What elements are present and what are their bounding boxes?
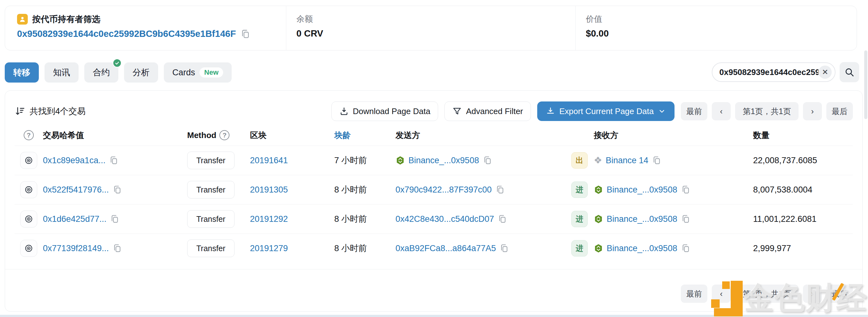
copy-icon[interactable] [652, 156, 661, 165]
col-header-age[interactable]: 块龄 [329, 130, 392, 141]
tab-transfers[interactable]: 转移 [5, 62, 39, 82]
copy-icon[interactable] [681, 214, 690, 224]
copy-icon[interactable] [681, 244, 690, 253]
holder-summary-card: 按代币持有者筛选 0x95082939e1644c0ec25992BC9b6C4… [5, 6, 857, 50]
copy-icon[interactable] [112, 244, 122, 253]
copy-icon[interactable] [681, 185, 690, 195]
export-download-icon [546, 106, 555, 116]
copy-icon[interactable] [483, 156, 492, 165]
method-pill[interactable]: Transfer [187, 181, 235, 199]
method-help-icon[interactable]: ? [219, 130, 229, 140]
download-icon [339, 106, 349, 116]
search-icon [844, 67, 855, 77]
pagination-page-info: 第1页，共1页 [735, 102, 799, 120]
to-address-link[interactable]: Binance_...0x9508 [607, 214, 677, 224]
from-address-link[interactable]: 0xaB92FCa8...a864a77A5 [396, 244, 496, 253]
pagination-last-button[interactable]: 最后 [826, 285, 853, 303]
table-footer: 最前 ‹ 第1页，共1页 › 最后 [5, 269, 862, 311]
filter-funnel-icon [452, 106, 462, 116]
help-icon[interactable]: ? [24, 130, 34, 140]
pagination-last-button[interactable]: 最后 [826, 102, 853, 120]
tab-cards[interactable]: Cards New [164, 62, 232, 82]
tx-hash-link[interactable]: 0x522f5417976... [43, 185, 109, 195]
search-button[interactable] [840, 62, 859, 82]
copy-icon[interactable] [499, 244, 509, 253]
export-page-data-label: Export Current Page Data [559, 106, 654, 116]
direction-badge: 进 [571, 181, 588, 198]
table-toolbar: 共找到4个交易 Download Page Data Advanced Filt… [5, 91, 862, 121]
scrollbar[interactable] [864, 50, 867, 119]
from-address-link[interactable]: Binance_...0x9508 [408, 156, 479, 166]
holder-filter-section: 按代币持有者筛选 0x95082939e1644c0ec25992BC9b6C4… [5, 6, 286, 50]
clear-search-icon[interactable]: ✕ [818, 66, 832, 79]
table-row: 0x77139f28149... Transfer 20191279 8 小时前… [14, 234, 853, 263]
block-link[interactable]: 20191305 [250, 185, 288, 195]
watch-eye-button[interactable] [20, 211, 37, 227]
copy-icon[interactable] [110, 214, 119, 224]
export-page-data-button[interactable]: Export Current Page Data [537, 102, 675, 121]
pagination-prev-button[interactable]: ‹ [712, 285, 731, 303]
holder-address-link[interactable]: 0x95082939e1644c0ec25992BC9b6C4395e1Bf14… [17, 29, 236, 39]
watch-eye-button[interactable] [20, 240, 37, 257]
verified-check-icon [113, 59, 122, 67]
advanced-filter-label: Advanced Filter [466, 106, 523, 116]
pagination-top: 最前 ‹ 第1页，共1页 › 最后 [681, 102, 853, 120]
from-address-link[interactable]: 0x790c9422...87F397c00 [396, 185, 492, 195]
transfers-card: 共找到4个交易 Download Page Data Advanced Filt… [5, 91, 863, 312]
from-address-link[interactable]: 0x42C8e430...c540dcD07 [396, 214, 494, 224]
tx-hash-link[interactable]: 0x1d6e425d77... [43, 214, 106, 224]
table-row: 0x1d6e425d77... Transfer 20191292 8 小时前 … [14, 204, 853, 234]
search-input[interactable]: 0x95082939e1644c0ec25992... ✕ [712, 62, 836, 82]
age-cell: 7 小时前 [329, 155, 392, 166]
block-link[interactable]: 20191292 [250, 214, 288, 224]
table-body: 0x1c89e9a1ca... Transfer 20191641 7 小时前 … [14, 146, 853, 263]
value-value: $0.00 [586, 28, 857, 39]
block-link[interactable]: 20191641 [250, 156, 288, 165]
tab-bar: 转移 知讯 合约 分析 Cards New [5, 62, 232, 82]
copy-icon[interactable] [240, 29, 250, 39]
col-header-block: 区块 [245, 130, 329, 141]
pagination-first-button[interactable]: 最前 [681, 285, 707, 303]
method-pill[interactable]: Transfer [187, 240, 235, 257]
pagination-next-button[interactable]: › [803, 285, 822, 303]
holder-icon [17, 14, 28, 25]
copy-icon[interactable] [495, 185, 505, 195]
tab-analytics[interactable]: 分析 [124, 62, 158, 82]
pagination-prev-button[interactable]: ‹ [712, 102, 731, 120]
to-exchange-icon: ❖ [594, 156, 602, 165]
pagination-bottom: 最前 ‹ 第1页，共1页 › 最后 [681, 285, 853, 303]
tab-contract[interactable]: 合约 [84, 62, 118, 82]
advanced-filter-button[interactable]: Advanced Filter [444, 102, 531, 121]
table-row: 0x522f5417976... Transfer 20191305 8 小时前… [14, 175, 853, 204]
age-cell: 8 小时前 [329, 213, 392, 225]
pagination-first-button[interactable]: 最前 [681, 102, 707, 120]
to-token-icon [594, 185, 603, 195]
tx-hash-link[interactable]: 0x77139f28149... [43, 244, 109, 253]
to-address-link[interactable]: Binance_...0x9508 [607, 185, 677, 195]
copy-icon[interactable] [112, 185, 122, 195]
balance-section: 余额 0 CRV [286, 6, 576, 50]
value-label: 价值 [586, 13, 857, 25]
to-address-link[interactable]: Binance_...0x9508 [607, 244, 677, 253]
copy-icon[interactable] [109, 156, 118, 165]
download-page-data-button[interactable]: Download Page Data [332, 102, 438, 121]
tab-cards-label: Cards [172, 68, 195, 77]
search-input-value: 0x95082939e1644c0ec25992... [719, 67, 818, 77]
copy-icon[interactable] [497, 214, 507, 224]
tab-news[interactable]: 知讯 [44, 62, 79, 82]
block-link[interactable]: 20191279 [250, 244, 288, 253]
sort-icon [14, 106, 25, 116]
col-header-amount: 数量 [753, 130, 853, 141]
method-pill[interactable]: Transfer [187, 210, 235, 228]
watch-eye-button[interactable] [20, 152, 37, 169]
pagination-page-info: 第1页，共1页 [735, 285, 799, 303]
amount-cell: 22,008,737.6085 [753, 156, 853, 166]
pagination-next-button[interactable]: › [803, 102, 822, 120]
balance-value: 0 CRV [297, 28, 576, 39]
amount-cell: 2,999,977 [753, 244, 853, 253]
tx-hash-link[interactable]: 0x1c89e9a1ca... [43, 156, 105, 166]
table-header-row: ? 交易哈希值 Method ? 区块 块龄 发送方 接收方 数量 [14, 125, 853, 146]
watch-eye-button[interactable] [20, 181, 37, 198]
method-pill[interactable]: Transfer [187, 151, 235, 169]
to-address-link[interactable]: Binance 14 [606, 156, 648, 166]
